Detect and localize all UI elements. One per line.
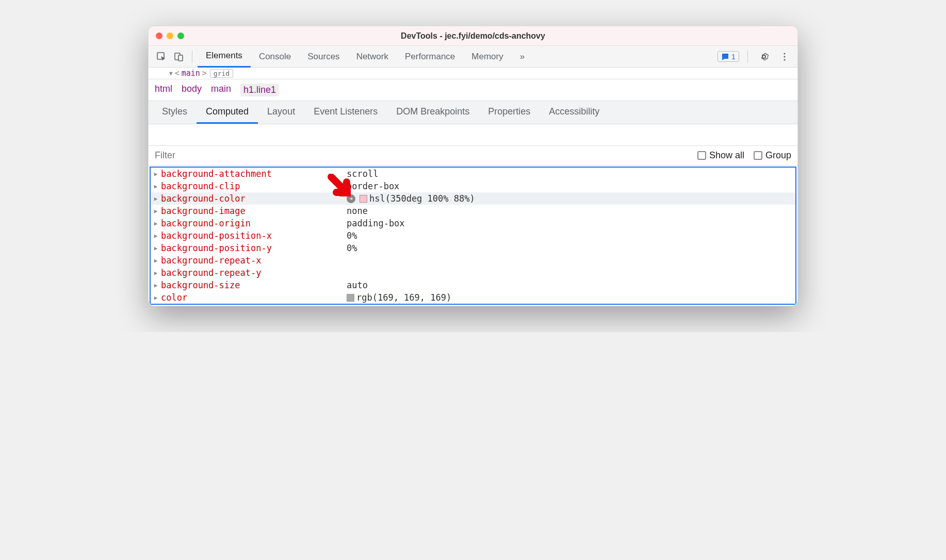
window-title: DevTools - jec.fyi/demo/cds-anchovy (401, 31, 545, 41)
devtools-window: DevTools - jec.fyi/demo/cds-anchovy Elem… (148, 26, 798, 306)
computed-property-row[interactable]: ▶background-originpadding-box (151, 217, 795, 229)
subtab-computed[interactable]: Computed (197, 101, 258, 124)
crumb-body[interactable]: body (182, 84, 202, 96)
svg-point-4 (784, 56, 785, 57)
svg-point-5 (784, 59, 785, 60)
property-name: background-repeat-y (161, 268, 347, 278)
property-value-text: none (347, 206, 368, 216)
property-value-text: 0% (347, 230, 357, 241)
svg-point-3 (784, 53, 785, 54)
property-name: background-origin (161, 218, 347, 228)
subtab-layout[interactable]: Layout (258, 101, 304, 124)
property-name: background-position-x (161, 230, 347, 241)
settings-icon[interactable] (756, 49, 772, 64)
computed-property-row[interactable]: ▶background-clipborder-box (151, 180, 795, 192)
expand-triangle-icon[interactable]: ▶ (151, 257, 161, 264)
filter-input[interactable] (155, 150, 688, 161)
subtab-properties[interactable]: Properties (479, 101, 540, 124)
expand-triangle-icon[interactable]: ▶ (151, 220, 161, 227)
group-checkbox[interactable]: Group (754, 150, 791, 161)
element-tag: main (182, 69, 200, 78)
property-value: scroll (347, 169, 378, 179)
expand-triangle-icon[interactable]: ▶ (151, 245, 161, 252)
subtab-accessibility[interactable]: Accessibility (540, 101, 609, 124)
gap-row (149, 124, 797, 146)
computed-property-row[interactable]: ▶background-position-x0% (151, 229, 795, 242)
expand-triangle-icon[interactable]: ▶ (151, 183, 161, 190)
computed-property-row[interactable]: ▶background-color➜hsl(350deg 100% 88%) (151, 192, 795, 205)
computed-property-row[interactable]: ▶colorrgb(169, 169, 169) (151, 291, 795, 304)
property-value: border-box (347, 181, 399, 191)
property-value-text: hsl(350deg 100% 88%) (369, 193, 475, 204)
toolbar-right: 1 (717, 49, 792, 64)
property-value: ➜hsl(350deg 100% 88%) (347, 193, 475, 204)
expand-triangle-icon[interactable]: ▶ (151, 171, 161, 177)
subtab-dom-breakpoints[interactable]: DOM Breakpoints (387, 101, 479, 124)
kebab-menu-icon[interactable] (777, 49, 792, 64)
computed-property-row[interactable]: ▶background-repeat-x (151, 254, 795, 267)
property-value-text: auto (347, 280, 368, 290)
minimize-window-button[interactable] (167, 32, 173, 39)
property-name: background-image (161, 206, 347, 216)
subtab-styles[interactable]: Styles (153, 101, 197, 124)
checkbox-icon (754, 151, 762, 160)
close-window-button[interactable] (156, 32, 162, 39)
grid-badge[interactable]: grid (210, 69, 233, 78)
color-swatch-icon[interactable] (360, 195, 367, 203)
traffic-lights (156, 32, 184, 39)
crumb-h1[interactable]: h1.line1 (240, 84, 279, 96)
property-value-text: 0% (347, 243, 357, 253)
crumb-main[interactable]: main (211, 84, 231, 96)
property-value: 0% (347, 243, 357, 253)
checkbox-icon (697, 151, 706, 160)
tab-performance[interactable]: Performance (397, 46, 463, 68)
property-name: background-position-y (161, 243, 347, 253)
property-name: background-color (161, 193, 347, 204)
tab-sources[interactable]: Sources (299, 46, 348, 68)
computed-property-row[interactable]: ▶background-attachmentscroll (151, 168, 795, 180)
property-name: background-attachment (161, 169, 347, 179)
property-value-text: border-box (347, 181, 399, 191)
sidebar-subtabs: Styles Computed Layout Event Listeners D… (149, 101, 797, 124)
computed-property-row[interactable]: ▶background-sizeauto (151, 279, 795, 291)
main-tabs: Elements Console Sources Network Perform… (198, 46, 715, 68)
color-swatch-icon[interactable] (347, 294, 354, 302)
expand-triangle-icon[interactable]: ▶ (151, 208, 161, 215)
tab-memory[interactable]: Memory (463, 46, 511, 68)
device-toolbar-icon[interactable] (171, 49, 187, 64)
crumb-html[interactable]: html (155, 84, 172, 96)
maximize-window-button[interactable] (177, 32, 184, 39)
issues-badge[interactable]: 1 (717, 51, 739, 62)
toolbar-divider (192, 51, 192, 63)
expand-triangle-icon[interactable]: ▶ (151, 282, 161, 289)
subtab-event-listeners[interactable]: Event Listeners (304, 101, 387, 124)
computed-property-row[interactable]: ▶background-repeat-y (151, 267, 795, 279)
inspect-element-icon[interactable] (154, 49, 169, 64)
tab-more[interactable]: » (512, 46, 533, 68)
expand-triangle-icon[interactable]: ▶ (151, 270, 161, 276)
tab-network[interactable]: Network (348, 46, 397, 68)
filter-row: Show all Group (149, 146, 797, 166)
issues-count: 1 (731, 52, 736, 61)
property-value-text: scroll (347, 169, 378, 179)
tab-console[interactable]: Console (251, 46, 299, 68)
goto-source-icon[interactable]: ➜ (347, 194, 355, 203)
property-value: rgb(169, 169, 169) (347, 292, 451, 303)
breadcrumbs: html body main h1.line1 (149, 79, 797, 101)
show-all-checkbox[interactable]: Show all (697, 150, 744, 161)
expand-triangle-icon[interactable]: ▼ (169, 70, 173, 77)
computed-property-row[interactable]: ▶background-imagenone (151, 205, 795, 217)
property-name: background-repeat-x (161, 255, 347, 266)
main-toolbar: Elements Console Sources Network Perform… (149, 46, 797, 68)
property-name: background-clip (161, 181, 347, 191)
titlebar: DevTools - jec.fyi/demo/cds-anchovy (149, 26, 797, 46)
tab-elements[interactable]: Elements (198, 46, 251, 68)
computed-properties-panel: ▶background-attachmentscroll▶background-… (150, 167, 796, 305)
property-value: padding-box (347, 218, 405, 228)
expand-triangle-icon[interactable]: ▶ (151, 195, 161, 202)
expand-triangle-icon[interactable]: ▶ (151, 294, 161, 301)
computed-property-row[interactable]: ▶background-position-y0% (151, 242, 795, 254)
dom-element-row[interactable]: ▼ <main> grid (149, 68, 797, 79)
toolbar-divider (747, 51, 748, 63)
expand-triangle-icon[interactable]: ▶ (151, 233, 161, 239)
